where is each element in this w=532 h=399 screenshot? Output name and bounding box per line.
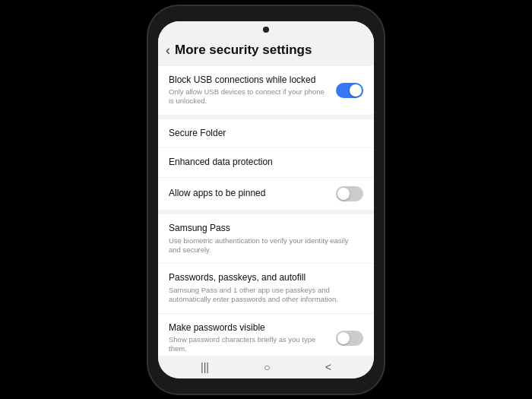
home-button[interactable]: ○ [264,361,270,373]
passwords-desc: Samsung Pass and 1 other app use passkey… [169,286,357,305]
folder-section: Secure Folder Enhanced data protection A… [158,119,374,210]
passwords-title: Passwords, passkeys, and autofill [169,272,357,284]
make-visible-toggle[interactable] [336,331,363,346]
status-bar [158,21,374,38]
make-visible-item[interactable]: Make passwords visible Show password cha… [158,314,374,356]
phone-screen: ‹ More security settings Block USB conne… [158,21,374,378]
block-usb-item[interactable]: Block USB connections while locked Only … [158,66,374,115]
make-visible-desc: Show password characters briefly as you … [169,335,330,354]
allow-pin-title: Allow apps to be pinned [169,188,330,200]
enhanced-data-item[interactable]: Enhanced data protection [158,148,374,178]
allow-pin-item[interactable]: Allow apps to be pinned [158,178,374,210]
block-usb-desc: Only allow USB devices to connect if you… [169,87,330,106]
enhanced-data-title: Enhanced data protection [169,157,357,169]
block-usb-title: Block USB connections while locked [169,74,330,87]
phone-frame: ‹ More security settings Block USB conne… [148,6,384,394]
navigation-bar: ||| ○ < [158,356,374,378]
pass-section: Samsung Pass Use biometric authenticatio… [158,214,374,356]
samsung-pass-title: Samsung Pass [169,223,357,235]
back-nav-button[interactable]: < [325,361,331,373]
page-header: ‹ More security settings [158,38,374,66]
samsung-pass-item[interactable]: Samsung Pass Use biometric authenticatio… [158,214,374,264]
settings-content: Block USB connections while locked Only … [158,66,374,356]
camera-dot [263,27,269,33]
passwords-item[interactable]: Passwords, passkeys, and autofill Samsun… [158,264,374,313]
secure-folder-title: Secure Folder [169,128,357,140]
page-title: More security settings [175,43,312,58]
samsung-pass-desc: Use biometric authentication to verify y… [169,236,357,255]
allow-pin-toggle[interactable] [336,186,363,201]
block-usb-toggle[interactable] [336,83,363,98]
usb-section: Block USB connections while locked Only … [158,66,374,115]
secure-folder-item[interactable]: Secure Folder [158,119,374,149]
recents-button[interactable]: ||| [201,361,209,373]
make-visible-title: Make passwords visible [169,322,330,334]
back-button[interactable]: ‹ [166,43,170,59]
